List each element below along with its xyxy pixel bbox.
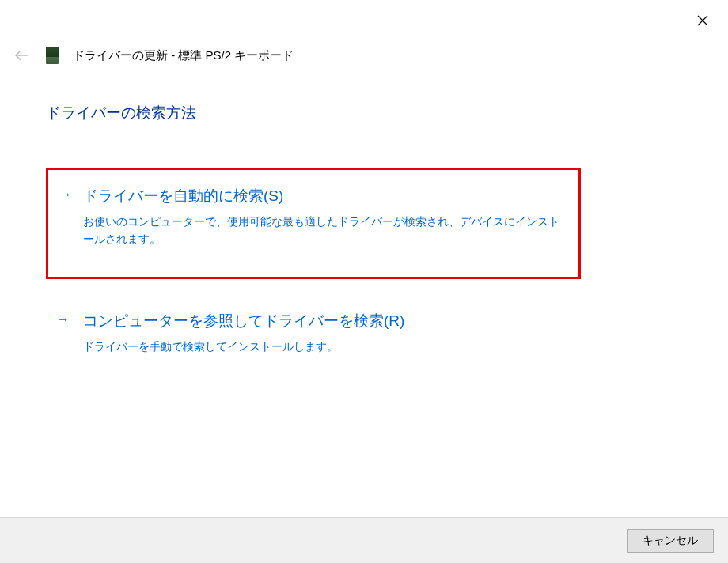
device-icon (46, 47, 59, 64)
footer: キャンセル (0, 517, 728, 563)
option-title-auto: ドライバーを自動的に検索(S) (83, 186, 566, 206)
cancel-button[interactable]: キャンセル (627, 529, 714, 553)
arrow-right-icon: → (59, 187, 72, 202)
option-auto-search[interactable]: → ドライバーを自動的に検索(S) お使いのコンピューターで、使用可能な最も適し… (46, 168, 581, 279)
back-arrow-icon (14, 49, 30, 62)
option-desc-auto: お使いのコンピューターで、使用可能な最も適したドライバーが検索され、デバイスにイ… (83, 213, 566, 248)
option-desc-browse: ドライバーを手動で検索してインストールします。 (83, 338, 568, 355)
header: ドライバーの更新 - 標準 PS/2 キーボード (0, 0, 728, 65)
accelerator-r: R (389, 312, 400, 329)
arrow-right-icon: → (57, 312, 70, 327)
section-title: ドライバーの検索方法 (46, 103, 728, 123)
dialog-title: ドライバーの更新 - 標準 PS/2 キーボード (73, 48, 294, 63)
close-button[interactable] (693, 11, 712, 30)
option-browse-computer[interactable]: → コンピューターを参照してドライバーを検索(R) ドライバーを手動で検索してイ… (46, 311, 581, 384)
option-title-browse: コンピューターを参照してドライバーを検索(R) (83, 311, 568, 331)
accelerator-s: S (268, 187, 279, 204)
back-button (13, 46, 32, 65)
content: ドライバーの検索方法 → ドライバーを自動的に検索(S) お使いのコンピューター… (0, 65, 728, 384)
close-icon (697, 15, 708, 26)
